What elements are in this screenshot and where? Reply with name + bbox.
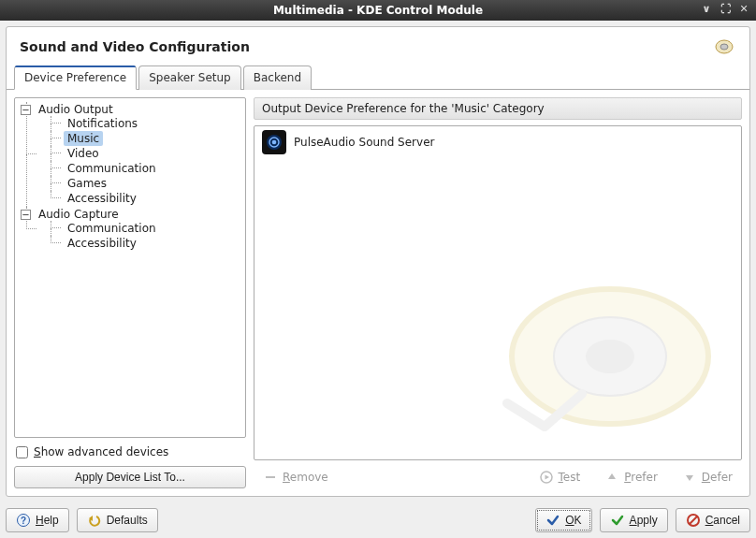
tab-panel: −Audio Output Notifications Music Video … xyxy=(7,90,749,496)
button-label: Defaults xyxy=(107,514,148,527)
tree-item-accessibility[interactable]: Accessibility xyxy=(51,191,243,206)
defer-button[interactable]: Defer xyxy=(676,466,738,488)
tree-node-audio-capture[interactable]: −Audio Capture Communication Accessibili… xyxy=(21,207,243,252)
svg-line-17 xyxy=(690,516,697,524)
help-button[interactable]: ? Help xyxy=(6,508,69,532)
tree-label: Communication xyxy=(64,161,160,176)
show-advanced-input[interactable] xyxy=(16,446,28,458)
button-label: Cancel xyxy=(705,514,740,527)
prefer-button[interactable]: Prefer xyxy=(599,466,663,488)
window-controls: ∨ ⛶ ✕ xyxy=(700,3,750,16)
page-title: Sound and Video Configuration xyxy=(20,39,250,54)
show-advanced-label: Show advanced devices xyxy=(34,445,168,458)
svg-marker-12 xyxy=(686,475,693,481)
category-tree[interactable]: −Audio Output Notifications Music Video … xyxy=(14,97,246,438)
right-column: Output Device Preference for the 'Music'… xyxy=(254,97,742,488)
svg-point-5 xyxy=(512,289,708,424)
dialog-footer: ? Help Defaults OK Apply Cancel xyxy=(0,502,756,538)
button-label: Test xyxy=(559,471,581,484)
tree-label: Accessibility xyxy=(64,236,140,251)
tab-backend[interactable]: Backend xyxy=(243,65,312,90)
pulseaudio-icon xyxy=(262,130,286,154)
button-label: Remove xyxy=(283,471,328,484)
button-label: Apply Device List To... xyxy=(75,471,185,484)
speaker-background-icon xyxy=(479,254,722,431)
minimize-button[interactable]: ∨ xyxy=(700,3,713,16)
device-item[interactable]: PulseAudio Sound Server xyxy=(254,126,741,158)
close-button[interactable]: ✕ xyxy=(737,3,750,16)
speaker-icon xyxy=(714,38,736,55)
maximize-button[interactable]: ⛶ xyxy=(719,3,732,16)
defaults-button[interactable]: Defaults xyxy=(77,508,158,532)
tree-item-video[interactable]: Video xyxy=(51,146,243,161)
tree-item-communication[interactable]: Communication xyxy=(51,161,243,176)
left-column: −Audio Output Notifications Music Video … xyxy=(14,97,246,488)
button-label: Prefer xyxy=(624,471,658,484)
tree-label: Notifications xyxy=(64,116,141,131)
tabs: Device Preference Speaker Setup Backend xyxy=(7,65,749,90)
device-actions: Remove Test Prefer Defer xyxy=(254,466,742,488)
check-icon xyxy=(610,513,625,528)
tab-label: Speaker Setup xyxy=(149,71,231,84)
test-button[interactable]: Test xyxy=(533,466,587,488)
titlebar: Multimedia - KDE Control Module ∨ ⛶ ✕ xyxy=(0,0,756,21)
svg-marker-11 xyxy=(608,473,616,479)
tab-speaker-setup[interactable]: Speaker Setup xyxy=(138,65,241,90)
tree-label: Games xyxy=(64,176,110,191)
svg-point-7 xyxy=(586,340,634,373)
button-label: Defer xyxy=(702,471,733,484)
device-list[interactable]: PulseAudio Sound Server xyxy=(254,125,742,460)
help-icon: ? xyxy=(16,513,31,528)
arrow-down-icon xyxy=(682,470,697,485)
tree-label: Accessibility xyxy=(64,191,140,206)
check-icon xyxy=(545,513,560,528)
tree-item-music[interactable]: Music xyxy=(51,131,243,146)
tree-label: Audio Output xyxy=(35,102,117,117)
button-label: Help xyxy=(36,514,59,527)
tab-label: Backend xyxy=(254,71,301,84)
minus-icon xyxy=(263,470,278,485)
svg-point-6 xyxy=(554,317,666,396)
svg-marker-10 xyxy=(545,475,549,480)
device-label: PulseAudio Sound Server xyxy=(294,136,434,149)
tree-label: Audio Capture xyxy=(35,207,123,222)
collapse-icon[interactable]: − xyxy=(21,105,31,115)
ok-button[interactable]: OK xyxy=(535,508,591,532)
button-label: OK xyxy=(565,514,581,527)
window: Multimedia - KDE Control Module ∨ ⛶ ✕ So… xyxy=(0,0,756,538)
apply-button[interactable]: Apply xyxy=(600,508,668,532)
apply-device-list-button[interactable]: Apply Device List To... xyxy=(14,466,246,488)
tree-item-capture-accessibility[interactable]: Accessibility xyxy=(51,236,243,251)
tree-item-capture-communication[interactable]: Communication xyxy=(51,221,243,236)
show-advanced-checkbox[interactable]: Show advanced devices xyxy=(14,443,246,460)
undo-icon xyxy=(87,513,102,528)
module-content: Sound and Video Configuration Device Pre… xyxy=(6,26,750,497)
tree-label: Music xyxy=(64,131,103,146)
svg-point-4 xyxy=(272,140,277,145)
svg-rect-8 xyxy=(266,476,275,478)
svg-text:?: ? xyxy=(21,516,26,526)
cancel-button[interactable]: Cancel xyxy=(676,508,750,532)
module-header: Sound and Video Configuration xyxy=(7,27,749,65)
tab-label: Device Preference xyxy=(24,71,126,84)
button-label: Apply xyxy=(630,514,658,527)
play-icon xyxy=(539,470,554,485)
tree-node-audio-output[interactable]: −Audio Output Notifications Music Video … xyxy=(21,102,243,207)
collapse-icon[interactable]: − xyxy=(21,210,31,220)
device-list-header: Output Device Preference for the 'Music'… xyxy=(254,97,742,120)
svg-point-1 xyxy=(720,44,728,50)
tree-label: Communication xyxy=(64,221,160,236)
tab-device-preference[interactable]: Device Preference xyxy=(14,65,137,90)
tree-label: Video xyxy=(64,146,103,161)
cancel-icon xyxy=(686,513,701,528)
tree-item-games[interactable]: Games xyxy=(51,176,243,191)
arrow-up-icon xyxy=(604,470,619,485)
remove-button[interactable]: Remove xyxy=(257,466,334,488)
window-title: Multimedia - KDE Control Module xyxy=(273,4,483,17)
tree-item-notifications[interactable]: Notifications xyxy=(51,116,243,131)
